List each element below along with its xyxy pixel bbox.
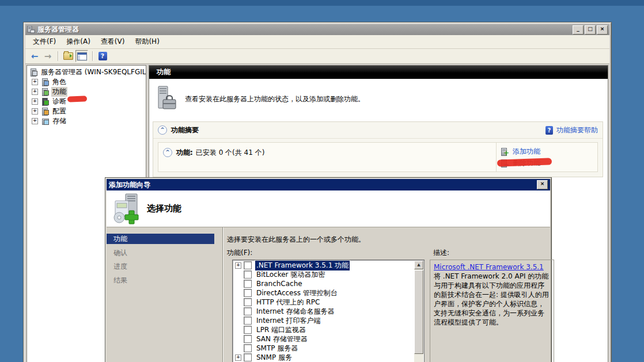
add-features-link[interactable]: 添加功能	[513, 147, 540, 157]
dialog-titlebar[interactable]: 添加功能向导 ×	[107, 179, 550, 190]
description-label: 描述:	[433, 248, 554, 258]
window-title: 服务器管理器	[37, 25, 571, 35]
feature-row[interactable]: Internet 打印客户端	[233, 316, 414, 325]
storage-icon	[41, 117, 49, 125]
forward-button[interactable]: →	[42, 51, 54, 62]
tree-item-storage[interactable]: + 存储	[27, 116, 146, 126]
configuration-icon	[41, 108, 49, 115]
wizard-step-progress[interactable]: 进度	[107, 261, 214, 272]
tree-item-label: 角色	[51, 77, 67, 87]
back-button[interactable]: ←	[29, 51, 40, 62]
dialog-heading: 选择功能	[147, 203, 181, 214]
tree-root-label: 服务器管理器 (WIN-SK9EQLFGIL	[40, 67, 146, 77]
close-button[interactable]: ×	[597, 25, 608, 35]
server-manager-app-icon	[27, 26, 35, 33]
feature-row[interactable]: Internet 存储命名服务器	[233, 307, 414, 316]
menu-file[interactable]: 文件(F)	[28, 35, 61, 48]
features-count-value: 已安装 0 个(共 41 个)	[196, 148, 265, 158]
feature-row[interactable]: + .NET Framework 3.5.1 功能	[233, 261, 414, 270]
feature-label[interactable]: HTTP 代理上的 RPC	[255, 298, 321, 307]
features-list-label: 功能(F):	[227, 248, 429, 258]
dialog-title: 添加功能向导	[109, 180, 536, 190]
expander-plus-icon[interactable]: +	[235, 262, 241, 269]
expander-plus-icon[interactable]: +	[32, 108, 38, 115]
tree-item-roles[interactable]: + 角色	[27, 77, 146, 87]
feature-label[interactable]: BranchCache	[255, 280, 304, 288]
minimize-button[interactable]: _	[573, 25, 584, 35]
features-summary-section: ^ 功能摘要 ? 功能摘要帮助 ^ 功能: 已安装 0 个(共 41 个)	[153, 121, 603, 177]
tree-item-label: 配置	[51, 106, 67, 116]
feature-row[interactable]: SAN 存储管理器	[233, 334, 414, 344]
expander-plus-icon[interactable]: +	[32, 89, 38, 95]
feature-label[interactable]: SAN 存储管理器	[255, 334, 309, 344]
description-feature-link[interactable]: Microsoft .NET Framework 3.5.1	[434, 263, 544, 271]
feature-checkbox[interactable]	[244, 326, 252, 334]
feature-checkbox[interactable]	[244, 335, 252, 343]
features-summary-help-link[interactable]: 功能摘要帮助	[556, 125, 598, 135]
feature-checkbox[interactable]	[244, 298, 252, 306]
collapse-chevron-icon[interactable]: ^	[158, 125, 167, 135]
show-console-tree-button[interactable]	[62, 51, 74, 62]
listbox-scrollbar[interactable]: ▲	[414, 261, 423, 362]
feature-row[interactable]: LPR 端口监视器	[233, 325, 414, 334]
feature-label[interactable]: SNMP 服务	[255, 353, 293, 362]
scroll-up-icon[interactable]: ▲	[414, 261, 423, 269]
add-features-action[interactable]: + 添加功能	[501, 146, 593, 157]
features-count-label: 功能:	[176, 148, 193, 158]
forward-arrow-icon: →	[44, 51, 52, 62]
feature-checkbox[interactable]	[244, 353, 252, 361]
maximize-button[interactable]: □	[585, 25, 596, 35]
red-annotation-features-tree	[67, 96, 87, 102]
help-icon: ?	[99, 52, 107, 60]
feature-checkbox[interactable]	[244, 280, 252, 288]
console-window-button[interactable]	[75, 50, 88, 62]
feature-label[interactable]: Internet 打印客户端	[255, 316, 321, 326]
features-page-header: 功能	[149, 66, 608, 79]
feature-checkbox[interactable]	[244, 261, 252, 269]
feature-row[interactable]: DirectAccess 管理控制台	[233, 288, 414, 298]
feature-checkbox[interactable]	[244, 270, 252, 279]
menu-view[interactable]: 查看(V)	[96, 35, 130, 48]
wizard-step-results[interactable]: 结果	[107, 275, 214, 285]
tree-item-label: 功能	[51, 87, 67, 97]
tree-item-features[interactable]: + 功能	[27, 87, 146, 97]
wizard-step-confirmation[interactable]: 确认	[107, 247, 214, 258]
scrollbar-thumb[interactable]	[414, 270, 423, 354]
feature-checkbox[interactable]	[244, 344, 252, 352]
expander-plus-icon[interactable]: +	[32, 118, 38, 124]
feature-row[interactable]: BitLocker 驱动器加密	[233, 270, 414, 279]
window-titlebar[interactable]: 服务器管理器 _ □ ×	[25, 24, 609, 35]
feature-row[interactable]: BranchCache	[233, 279, 414, 288]
menu-help[interactable]: 帮助(H)	[130, 35, 164, 48]
help-button[interactable]: ?	[97, 51, 108, 62]
add-features-icon: +	[501, 148, 509, 155]
add-features-wizard-icon	[112, 193, 139, 224]
toolbar-separator	[58, 51, 58, 61]
feature-label[interactable]: SMTP 服务器	[255, 344, 299, 353]
features-listbox[interactable]: + .NET Framework 3.5.1 功能 BitLocker 驱动器加…	[232, 260, 425, 362]
dialog-close-button[interactable]: ×	[537, 180, 548, 189]
feature-label[interactable]: Internet 存储命名服务器	[255, 307, 335, 317]
wizard-step-features[interactable]: 功能	[107, 234, 214, 244]
features-page-icon	[156, 86, 177, 112]
expander-plus-icon[interactable]: +	[32, 79, 38, 85]
feature-row[interactable]: HTTP 代理上的 RPC	[233, 298, 414, 307]
feature-row[interactable]: + SNMP 服务	[233, 353, 414, 362]
feature-checkbox[interactable]	[244, 307, 252, 315]
feature-label[interactable]: .NET Framework 3.5.1 功能	[255, 261, 350, 270]
feature-label[interactable]: LPR 端口监视器	[255, 325, 307, 335]
feature-label[interactable]: DirectAccess 管理控制台	[255, 288, 339, 298]
feature-checkbox[interactable]	[244, 317, 252, 325]
expander-plus-icon[interactable]: +	[32, 98, 38, 105]
features-summary-help[interactable]: ? 功能摘要帮助	[545, 125, 598, 135]
feature-label[interactable]: BitLocker 驱动器加密	[255, 270, 326, 280]
menu-action[interactable]: 操作(A)	[61, 35, 96, 48]
features-count-box: ^ 功能: 已安装 0 个(共 41 个) + 添加功能 − 删除功能	[158, 142, 598, 172]
expander-plus-icon[interactable]: +	[235, 355, 241, 361]
back-arrow-icon: ←	[31, 51, 39, 62]
feature-row[interactable]: SMTP 服务器	[233, 344, 414, 353]
tree-root-server-manager[interactable]: 服务器管理器 (WIN-SK9EQLFGIL	[27, 67, 146, 77]
tree-item-configuration[interactable]: + 配置	[27, 106, 146, 116]
collapse-chevron-icon[interactable]: ^	[163, 148, 172, 157]
feature-checkbox[interactable]	[244, 289, 252, 297]
